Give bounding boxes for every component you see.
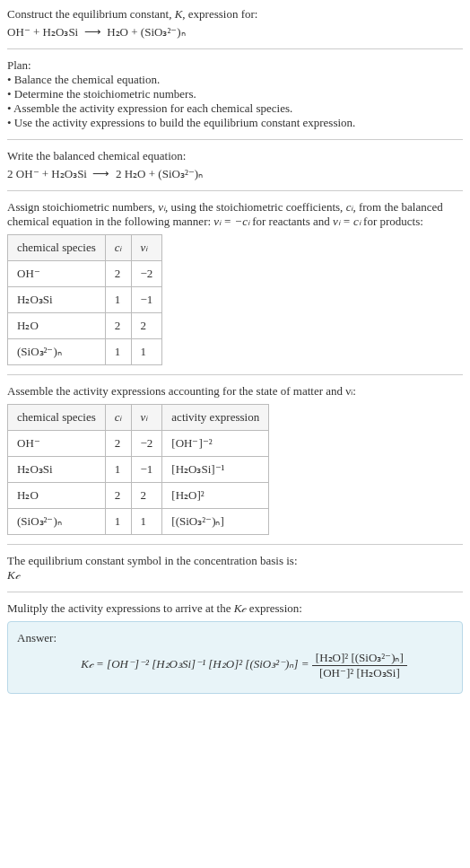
plan-bullet-4: • Use the activity expressions to build … xyxy=(7,116,463,130)
divider xyxy=(7,374,463,375)
cell-ci: 2 xyxy=(105,431,131,457)
plan-bullet-3: • Assemble the activity expression for e… xyxy=(7,101,463,116)
th-ci: cᵢ xyxy=(105,235,131,261)
activity-section: Assemble the activity expressions accoun… xyxy=(7,384,463,535)
divider xyxy=(7,139,463,140)
cell-nui: 2 xyxy=(131,313,162,339)
activity-table: chemical species cᵢ νᵢ activity expressi… xyxy=(7,404,269,535)
cell-ci: 1 xyxy=(105,509,131,535)
activity-title: Assemble the activity expressions accoun… xyxy=(7,384,463,399)
symbol-section: The equilibrium constant symbol in the c… xyxy=(7,554,463,583)
cell-ci: 1 xyxy=(105,457,131,483)
cell-species: H₂O₃Si xyxy=(8,287,106,313)
cell-activity: [OH⁻]⁻² xyxy=(162,431,269,457)
table-header-row: chemical species cᵢ νᵢ activity expressi… xyxy=(8,405,269,431)
equation-unbalanced: OH⁻ + H₂O₃Si ⟶ H₂O + (SiO₃²⁻)ₙ xyxy=(7,25,463,39)
th-ci: cᵢ xyxy=(105,405,131,431)
cell-nui: 2 xyxy=(131,483,162,509)
cell-nui: −2 xyxy=(131,261,162,287)
th-activity: activity expression xyxy=(162,405,269,431)
stoich-p4: for reactants and xyxy=(249,215,333,228)
table-row: (SiO₃²⁻)ₙ 1 1 [(SiO₃²⁻)ₙ] xyxy=(8,509,269,535)
multiply-kc: K𝒸 xyxy=(234,601,247,615)
answer-numerator: [H₂O]² [(SiO₃²⁻)ₙ] xyxy=(312,651,407,666)
answer-equation: K𝒸 = [OH⁻]⁻² [H₂O₃Si]⁻¹ [H₂O]² [(SiO₃²⁻)… xyxy=(17,651,453,680)
multiply-section: Mulitply the activity expressions to arr… xyxy=(7,601,463,694)
cell-species: OH⁻ xyxy=(8,261,106,287)
cell-nui: −1 xyxy=(131,287,162,313)
cell-activity: [H₂O₃Si]⁻¹ xyxy=(162,457,269,483)
balanced-title: Write the balanced chemical equation: xyxy=(7,149,463,163)
th-species: chemical species xyxy=(8,405,106,431)
stoich-rel2: νᵢ = cᵢ xyxy=(333,215,361,228)
table-row: H₂O 2 2 [H₂O]² xyxy=(8,483,269,509)
symbol-kc: K𝒸 xyxy=(7,568,463,583)
th-nui: νᵢ xyxy=(131,235,162,261)
cell-activity: [(SiO₃²⁻)ₙ] xyxy=(162,509,269,535)
symbol-text: The equilibrium constant symbol in the c… xyxy=(7,554,463,568)
balanced-lhs: 2 OH⁻ + H₂O₃Si xyxy=(7,167,87,180)
stoich-rel1: νᵢ = −cᵢ xyxy=(213,215,249,228)
intro-text-2: , expression for: xyxy=(182,7,257,21)
cell-species: (SiO₃²⁻)ₙ xyxy=(8,509,106,535)
table-row: H₂O₃Si 1 −1 xyxy=(8,287,162,313)
cell-species: H₂O xyxy=(8,483,106,509)
balanced-rhs: 2 H₂O + (SiO₃²⁻)ₙ xyxy=(116,167,203,180)
cell-nui: −2 xyxy=(131,431,162,457)
divider xyxy=(7,592,463,592)
cell-ci: 1 xyxy=(105,339,131,365)
stoich-nu: νᵢ xyxy=(158,200,165,214)
plan-bullet-2: • Determine the stoichiometric numbers. xyxy=(7,87,463,101)
stoich-section: Assign stoichiometric numbers, νᵢ, using… xyxy=(7,200,463,365)
answer-fraction: [H₂O]² [(SiO₃²⁻)ₙ] [OH⁻]² [H₂O₃Si] xyxy=(312,651,407,680)
divider xyxy=(7,544,463,545)
th-nui: νᵢ xyxy=(131,405,162,431)
th-species: chemical species xyxy=(8,235,106,261)
cell-species: OH⁻ xyxy=(8,431,106,457)
answer-lhs: K𝒸 = [OH⁻]⁻² [H₂O₃Si]⁻¹ [H₂O]² [(SiO₃²⁻)… xyxy=(81,657,312,671)
multiply-p1: Mulitply the activity expressions to arr… xyxy=(7,601,234,615)
plan-section: Plan: • Balance the chemical equation. •… xyxy=(7,58,463,130)
table-row: OH⁻ 2 −2 xyxy=(8,261,162,287)
table-row: OH⁻ 2 −2 [OH⁻]⁻² xyxy=(8,431,269,457)
cell-species: H₂O xyxy=(8,313,106,339)
answer-label: Answer: xyxy=(17,631,453,645)
balanced-arrow: ⟶ xyxy=(92,167,109,180)
cell-nui: 1 xyxy=(131,339,162,365)
cell-nui: 1 xyxy=(131,509,162,535)
eq1-arrow: ⟶ xyxy=(84,25,101,39)
cell-ci: 2 xyxy=(105,313,131,339)
eq1-rhs: H₂O + (SiO₃²⁻)ₙ xyxy=(107,25,185,39)
cell-species: H₂O₃Si xyxy=(8,457,106,483)
eq1-lhs: OH⁻ + H₂O₃Si xyxy=(7,25,78,39)
answer-box: Answer: K𝒸 = [OH⁻]⁻² [H₂O₃Si]⁻¹ [H₂O]² [… xyxy=(7,621,463,694)
cell-ci: 1 xyxy=(105,287,131,313)
divider xyxy=(7,190,463,191)
equation-balanced: 2 OH⁻ + H₂O₃Si ⟶ 2 H₂O + (SiO₃²⁻)ₙ xyxy=(7,167,463,181)
plan-bullet-1: • Balance the chemical equation. xyxy=(7,73,463,87)
divider xyxy=(7,48,463,49)
stoich-p2: , using the stoichiometric coefficients, xyxy=(165,200,346,214)
table-row: (SiO₃²⁻)ₙ 1 1 xyxy=(8,339,162,365)
stoich-p5: for products: xyxy=(361,215,423,228)
stoich-table: chemical species cᵢ νᵢ OH⁻ 2 −2 H₂O₃Si 1… xyxy=(7,234,162,365)
cell-species: (SiO₃²⁻)ₙ xyxy=(8,339,106,365)
cell-nui: −1 xyxy=(131,457,162,483)
intro-text-1: Construct the equilibrium constant, xyxy=(7,7,175,21)
cell-ci: 2 xyxy=(105,261,131,287)
multiply-p2: expression: xyxy=(246,601,301,615)
table-row: H₂O 2 2 xyxy=(8,313,162,339)
table-row: H₂O₃Si 1 −1 [H₂O₃Si]⁻¹ xyxy=(8,457,269,483)
plan-title: Plan: xyxy=(7,58,463,73)
cell-activity: [H₂O]² xyxy=(162,483,269,509)
stoich-p1: Assign stoichiometric numbers, xyxy=(7,200,158,214)
table-header-row: chemical species cᵢ νᵢ xyxy=(8,235,162,261)
intro: Construct the equilibrium constant, K, e… xyxy=(7,7,463,39)
cell-ci: 2 xyxy=(105,483,131,509)
balanced-section: Write the balanced chemical equation: 2 … xyxy=(7,149,463,181)
answer-denominator: [OH⁻]² [H₂O₃Si] xyxy=(312,666,407,680)
